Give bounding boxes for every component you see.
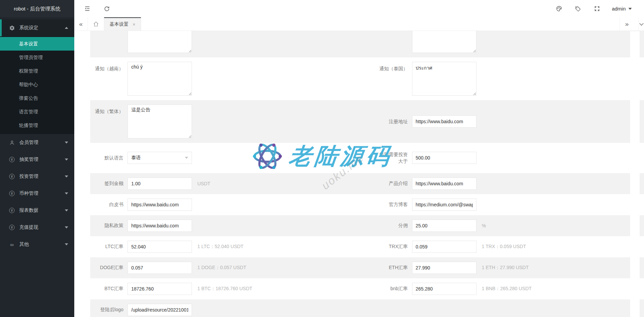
tab-basic-settings[interactable]: 基本设置 × [104,17,141,31]
field-hint: 1 TRX：0.059 USDT [482,244,526,250]
signin-amount-input[interactable] [128,178,192,190]
field-notice-top-right [367,31,644,57]
sidebar-group-label: 报表数据 [19,207,65,213]
tab-scroll-left-button[interactable]: « [74,17,88,31]
yen-circle-icon: ¥ [9,174,15,179]
field-eth-rate: ETH汇率1 ETH：27.990 USDT [367,262,644,274]
close-icon[interactable]: × [133,22,135,27]
signin-requires-investment-input[interactable] [412,152,476,164]
field-label: 签到需要投资大于 [367,151,412,165]
tab-menu-button[interactable] [638,17,644,31]
official-blog-input[interactable] [412,199,476,211]
field-empty [367,304,644,316]
content-scrollbar[interactable] [630,31,640,317]
register-url-input[interactable] [412,115,476,128]
eth-rate-input[interactable] [412,262,476,274]
sidebar-group-system-settings[interactable]: 系统设定 [0,19,74,36]
field-doge-rate: DOGE汇率1 DOGE：0.057 USDT [90,262,367,274]
notice-thailand-textarea[interactable] [412,62,476,96]
tag-icon[interactable] [572,3,584,15]
tab-spacer [141,17,620,31]
form-row: 登陆后logo [90,299,644,317]
field-label: 通知（泰国） [367,62,412,72]
default-language-select[interactable]: 泰语 [128,152,192,164]
field-label: 登陆后logo [90,306,128,313]
notice-top-left-textarea[interactable] [128,31,192,53]
fullscreen-icon[interactable] [591,3,603,15]
sidebar-group-lottery-management[interactable]: ¥抽奖管理 [0,151,74,168]
form-row: 通知（繁体）注册地址 [90,100,644,143]
user-name: admin [612,6,626,12]
field-login-logo: 登陆后logo [90,304,367,316]
infinity-icon: ∞ [9,242,15,247]
tab-bar: « 基本设置 × » [74,17,644,31]
sidebar-group-label: 充值提现 [19,224,65,230]
sidebar-item-permission-management[interactable]: 权限管理 [0,64,74,78]
home-icon [93,21,99,27]
chevron-down-icon [65,175,68,178]
sidebar-item-carousel-management[interactable]: 轮播管理 [0,118,74,132]
top-header: admin [74,0,644,17]
field-hint: 1 BTC：18726.760 USDT [197,286,252,292]
refresh-icon[interactable] [101,3,113,15]
sidebar-group-report-data[interactable]: ¥报表数据 [0,202,74,219]
gear-icon [9,25,15,31]
chevron-up-icon [65,27,68,29]
product-intro-input[interactable] [412,178,476,190]
form-row: 通知（越南）通知（泰国） [90,57,644,100]
sidebar-group-coin-management[interactable]: ¥币种管理 [0,185,74,202]
login-logo-input[interactable] [128,304,192,316]
ltc-rate-input[interactable] [128,241,192,253]
sidebar-group-recharge-withdraw[interactable]: ¥充值提现 [0,219,74,236]
field-default-language: 默认语言泰语 [90,151,367,165]
commission-input[interactable] [412,220,476,232]
yen-circle-icon: ¥ [9,208,15,213]
shrink-menu-icon[interactable] [81,3,93,15]
doge-rate-input[interactable] [128,262,192,274]
notice-vietnam-textarea[interactable] [128,62,192,96]
notice-top-right-textarea[interactable] [412,31,476,53]
sidebar-item-basic-settings[interactable]: 基本设置 [0,37,74,51]
sidebar-item-language-management[interactable]: 语言管理 [0,105,74,118]
field-product-intro: 产品介绍 [367,178,644,190]
home-tab[interactable] [88,17,104,31]
trx-rate-input[interactable] [412,241,476,253]
sidebar-item-admin-management[interactable]: 管理员管理 [0,51,74,64]
field-label: ETH汇率 [367,264,412,271]
field-signin-requires-investment: 签到需要投资大于 [367,151,644,165]
field-label [367,31,412,34]
field-label: 默认语言 [90,154,128,161]
sidebar-group-investment-management[interactable]: ¥投资管理 [0,168,74,185]
field-label: 白皮书 [90,201,128,208]
field-whitepaper: 白皮书 [90,199,367,211]
field-notice-thailand: 通知（泰国） [367,62,644,96]
sidebar-item-help-center[interactable]: 帮助中心 [0,78,74,91]
sidebar-group-other[interactable]: ∞其他 [0,236,74,253]
field-signin-amount: 签到金额USDT [90,178,367,190]
field-privacy-policy: 隐私政策 [90,220,367,232]
tab-scroll-right-button[interactable]: » [620,17,634,31]
btc-rate-input[interactable] [128,283,192,295]
header-right-actions: admin [553,3,644,15]
privacy-policy-input[interactable] [128,220,192,232]
sidebar-group-member-management[interactable]: 会员管理 [0,134,74,151]
whitepaper-input[interactable] [128,199,192,211]
chevron-down-icon [65,192,68,194]
field-label: bnb汇率 [367,285,412,292]
field-label: 签到金额 [90,180,128,187]
user-menu[interactable]: admin [610,6,634,12]
sidebar-item-popup-announcement[interactable]: 弹窗公告 [0,91,74,105]
notice-traditional-textarea[interactable] [128,105,192,138]
sidebar-group-label: 会员管理 [19,139,65,146]
user-icon [9,140,15,146]
palette-icon[interactable] [553,3,565,15]
bnb-rate-input[interactable] [412,283,476,295]
field-hint: 1 DOGE：0.057 USDT [197,265,246,271]
form-row: LTC汇率1 LTC：52.040 USDTTRX汇率1 TRX：0.059 U… [90,236,644,257]
field-label: 通知（越南） [90,62,128,72]
tab-label: 基本设置 [110,21,129,27]
chevron-down-icon [628,8,632,10]
field-btc-rate: BTC汇率1 BTC：18726.760 USDT [90,283,367,295]
form-row: BTC汇率1 BTC：18726.760 USDTbnb汇率1 BNB：265.… [90,278,644,299]
chevron-down-icon [65,226,68,228]
